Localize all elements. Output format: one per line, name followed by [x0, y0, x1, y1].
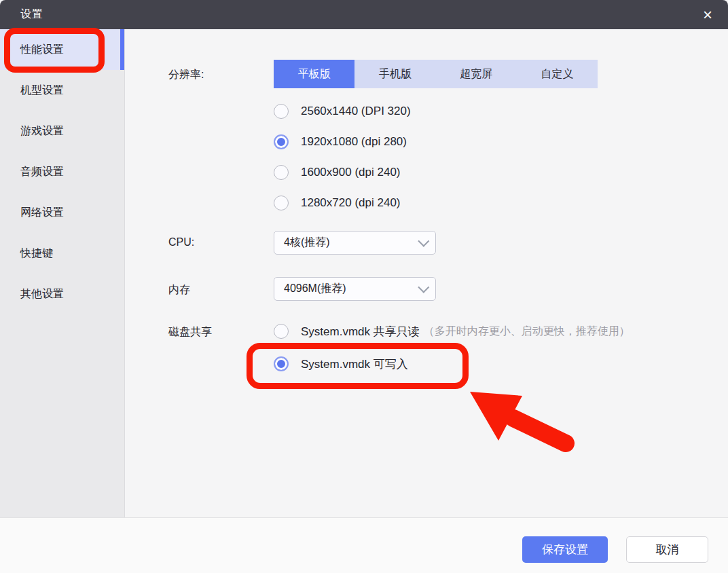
cancel-button[interactable]: 取消 — [626, 536, 708, 563]
sidebar-item-performance[interactable]: 性能设置 — [0, 29, 124, 70]
sidebar-item-label: 其他设置 — [20, 287, 64, 301]
sidebar-item-label: 网络设置 — [20, 206, 64, 220]
sidebar-item-audio[interactable]: 音频设置 — [0, 151, 124, 192]
chevron-down-icon — [418, 281, 429, 293]
footer: 保存设置 取消 — [0, 517, 728, 573]
memory-label: 内存 — [168, 283, 190, 297]
main-panel — [126, 29, 728, 517]
memory-dropdown-value: 4096M(推荐) — [284, 282, 418, 296]
memory-dropdown[interactable]: 4096M(推荐) — [274, 277, 436, 301]
disk-option-readonly[interactable]: System.vmdk 共享只读 （多开时内存更小、启动更快，推荐使用） — [274, 323, 630, 339]
chevron-down-icon — [418, 235, 429, 246]
sidebar-item-label: 机型设置 — [20, 84, 64, 98]
settings-dialog: 设置 × 性能设置 机型设置 游戏设置 音频设置 网络设置 快捷键 其他设置 分… — [0, 0, 728, 573]
radio-icon — [274, 196, 289, 210]
sidebar-item-game[interactable]: 游戏设置 — [0, 111, 124, 151]
radio-icon — [274, 165, 289, 180]
resolution-option-2560x1440[interactable]: 2560x1440 (DPI 320) — [274, 103, 411, 119]
sidebar-item-device-model[interactable]: 机型设置 — [0, 70, 124, 111]
active-indicator — [120, 29, 124, 70]
tab-custom[interactable]: 自定义 — [517, 60, 598, 88]
sidebar: 性能设置 机型设置 游戏设置 音频设置 网络设置 快捷键 其他设置 — [0, 29, 125, 517]
radio-icon — [274, 104, 289, 119]
sidebar-item-network[interactable]: 网络设置 — [0, 192, 124, 233]
sidebar-item-label: 快捷键 — [20, 246, 53, 261]
sidebar-item-shortcuts[interactable]: 快捷键 — [0, 233, 124, 274]
radio-icon — [274, 324, 289, 339]
close-icon[interactable]: × — [695, 0, 720, 29]
resolution-option-1280x720[interactable]: 1280x720 (dpi 240) — [274, 195, 401, 211]
save-settings-button[interactable]: 保存设置 — [522, 536, 608, 563]
dialog-title: 设置 — [20, 7, 43, 22]
resolution-tabbar: 平板版 手机版 超宽屏 自定义 — [274, 60, 598, 88]
sidebar-item-label: 性能设置 — [20, 43, 64, 57]
sidebar-item-label: 音频设置 — [20, 165, 64, 179]
radio-checked-icon — [274, 134, 289, 149]
sidebar-item-label: 游戏设置 — [20, 124, 64, 138]
cpu-dropdown-value: 4核(推荐) — [284, 236, 418, 250]
disk-share-label: 磁盘共享 — [168, 325, 212, 339]
tab-tablet[interactable]: 平板版 — [274, 60, 354, 88]
tab-ultrawide[interactable]: 超宽屏 — [436, 60, 517, 88]
sidebar-item-other[interactable]: 其他设置 — [0, 274, 124, 314]
cpu-dropdown[interactable]: 4核(推荐) — [274, 231, 436, 255]
resolution-option-1600x900[interactable]: 1600x900 (dpi 240) — [274, 164, 401, 181]
disk-option-writable[interactable]: System.vmdk 可写入 — [274, 356, 408, 372]
titlebar: 设置 × — [0, 0, 728, 29]
resolution-label: 分辨率: — [168, 68, 204, 82]
cpu-label: CPU: — [168, 236, 194, 248]
disk-readonly-hint: （多开时内存更小、启动更快，推荐使用） — [424, 325, 630, 339]
resolution-option-1920x1080[interactable]: 1920x1080 (dpi 280) — [274, 134, 407, 150]
radio-checked-icon — [274, 356, 289, 371]
tab-phone[interactable]: 手机版 — [354, 60, 435, 88]
